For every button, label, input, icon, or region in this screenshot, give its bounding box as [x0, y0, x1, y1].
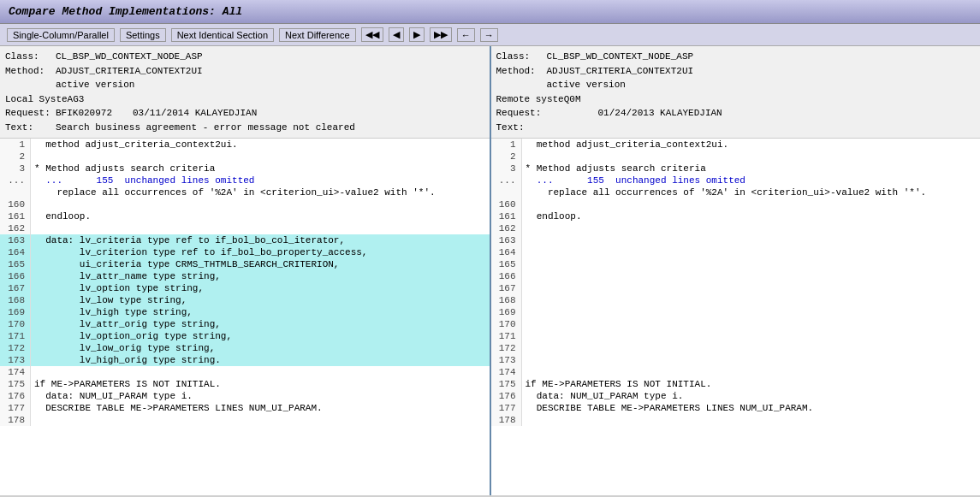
- left-class-value: CL_BSP_WD_CONTEXT_NODE_ASP: [56, 50, 203, 64]
- line-content: * Method adjusts search criteria: [522, 163, 981, 175]
- table-row: 177 DESCRIBE TABLE ME->PARAMETERS LINES …: [491, 402, 981, 414]
- table-row: 161 endloop.: [0, 210, 490, 222]
- table-row: 178: [0, 414, 490, 426]
- line-content: endloop.: [31, 210, 490, 222]
- table-row: 167 lv_option type string,: [0, 282, 490, 294]
- line-number: 174: [491, 366, 522, 378]
- right-class-value: CL_BSP_WD_CONTEXT_NODE_ASP: [547, 50, 694, 64]
- right-pane: Class: CL_BSP_WD_CONTEXT_NODE_ASP Method…: [491, 46, 981, 495]
- line-content: lv_low type string,: [31, 294, 490, 306]
- line-content: [522, 151, 981, 163]
- line-number: [491, 186, 522, 198]
- last-button[interactable]: ▶▶: [430, 27, 452, 42]
- table-row: 176 data: NUM_UI_PARAM type i.: [0, 390, 490, 402]
- table-row: 174: [491, 366, 981, 378]
- left-version: active version: [56, 78, 134, 92]
- table-row: 3* Method adjusts search criteria: [0, 163, 490, 175]
- table-row: 176 data: NUM_UI_PARAM type i.: [491, 390, 981, 402]
- toolbar: Single-Column/Parallel Settings Next Ide…: [0, 24, 980, 46]
- table-row: 171: [491, 330, 981, 342]
- line-content: lv_high_orig type string.: [31, 354, 490, 366]
- table-row: 167: [491, 282, 981, 294]
- line-number: 175: [0, 378, 31, 390]
- table-row: 164 lv_criterion type ref to if_bol_bo_p…: [0, 246, 490, 258]
- line-content: lv_criterion type ref to if_bol_bo_prope…: [31, 246, 490, 258]
- line-content: [31, 151, 490, 163]
- line-number: 173: [491, 354, 522, 366]
- table-row: 1 method adjust_criteria_context2ui.: [491, 139, 981, 151]
- line-number: 177: [0, 402, 31, 414]
- line-number: ...: [491, 175, 522, 186]
- line-content: if ME->PARAMETERS IS NOT INITIAL.: [31, 378, 490, 390]
- line-content: [522, 294, 981, 306]
- left-method-value: ADJUST_CRITERIA_CONTEXT2UI: [56, 64, 203, 79]
- table-row: 168: [491, 294, 981, 306]
- right-method-value: ADJUST_CRITERIA_CONTEXT2UI: [547, 64, 694, 79]
- line-content: [522, 342, 981, 354]
- line-number: 166: [491, 270, 522, 282]
- next-button[interactable]: ▶: [409, 27, 425, 42]
- left-code-area[interactable]: 1 method adjust_criteria_context2ui.23* …: [0, 139, 490, 495]
- line-content: [31, 366, 490, 378]
- line-content: replace all occurrences of '%2A' in <cri…: [522, 186, 981, 198]
- left-class-label: Class:: [5, 50, 52, 64]
- line-number: 1: [491, 139, 522, 151]
- line-number: 176: [491, 390, 522, 402]
- line-number: 161: [491, 210, 522, 222]
- line-content: [31, 222, 490, 234]
- line-number: 172: [491, 342, 522, 354]
- settings-button[interactable]: Settings: [120, 28, 166, 42]
- right-version: active version: [547, 78, 626, 92]
- right-code-area[interactable]: 1 method adjust_criteria_context2ui.23* …: [491, 139, 981, 495]
- next-identical-button[interactable]: Next Identical Section: [171, 28, 274, 42]
- table-row: 162: [491, 222, 981, 234]
- line-content: ... 155 unchanged lines omitted: [31, 175, 490, 186]
- line-content: lv_option type string,: [31, 282, 490, 294]
- line-number: 167: [491, 282, 522, 294]
- table-row: 170: [491, 318, 981, 330]
- line-number: 165: [0, 258, 31, 270]
- line-content: [522, 234, 981, 246]
- first-button[interactable]: ◀◀: [361, 27, 383, 42]
- table-row: 169: [491, 306, 981, 318]
- left-request-label: Request:: [5, 106, 52, 121]
- left-request-value: BFIK020972: [56, 106, 112, 121]
- line-content: [522, 414, 981, 426]
- line-number: 178: [0, 414, 31, 426]
- line-content: lv_low_orig type string,: [31, 342, 490, 354]
- table-row: 161 endloop.: [491, 210, 981, 222]
- left-arrow-button[interactable]: ←: [457, 28, 475, 42]
- right-arrow-button[interactable]: →: [480, 28, 498, 42]
- right-text-label: Text:: [496, 121, 543, 135]
- single-column-button[interactable]: Single-Column/Parallel: [7, 28, 115, 42]
- line-content: ui_criteria type CRMS_THTMLB_SEARCH_CRIT…: [31, 258, 490, 270]
- prev-button[interactable]: ◀: [389, 27, 404, 42]
- table-row: 168 lv_low type string,: [0, 294, 490, 306]
- line-number: 178: [491, 414, 522, 426]
- title-bar: Compare Method Implementations: All: [0, 0, 980, 24]
- table-row: 163: [491, 234, 981, 246]
- line-content: replace all occurrences of '%2A' in <cri…: [31, 186, 490, 198]
- line-content: [522, 282, 981, 294]
- line-content: [31, 414, 490, 426]
- line-number: 162: [0, 222, 31, 234]
- line-content: [522, 258, 981, 270]
- next-difference-button[interactable]: Next Difference: [279, 28, 356, 42]
- table-row: 170 lv_attr_orig type string,: [0, 318, 490, 330]
- line-number: 177: [491, 402, 522, 414]
- line-number: 173: [0, 354, 31, 366]
- line-content: endloop.: [522, 210, 981, 222]
- table-row: 160: [491, 198, 981, 210]
- left-pane: Class: CL_BSP_WD_CONTEXT_NODE_ASP Method…: [0, 46, 491, 495]
- line-content: lv_high type string,: [31, 306, 490, 318]
- line-content: lv_attr_orig type string,: [31, 318, 490, 330]
- line-content: DESCRIBE TABLE ME->PARAMETERS LINES NUM_…: [522, 402, 981, 414]
- table-row: replace all occurrences of '%2A' in <cri…: [0, 186, 490, 198]
- line-content: [522, 330, 981, 342]
- content-area: Class: CL_BSP_WD_CONTEXT_NODE_ASP Method…: [0, 46, 980, 495]
- line-number: 162: [491, 222, 522, 234]
- line-content: if ME->PARAMETERS IS NOT INITIAL.: [522, 378, 981, 390]
- line-number: 170: [0, 318, 31, 330]
- left-version-spacer: [5, 78, 52, 92]
- left-text-label: Text:: [5, 121, 52, 135]
